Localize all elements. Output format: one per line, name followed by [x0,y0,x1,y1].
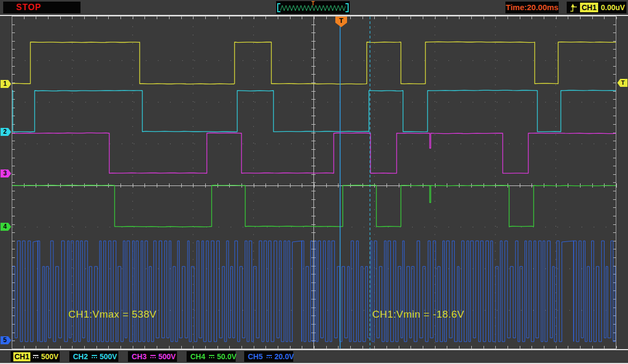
run-status-badge[interactable]: STOP [3,2,80,13]
channel-scale-value: 500V [100,352,117,361]
measurement-vmin: CH1:Vmin = -18.6V [372,309,464,320]
preview-right-bracket-icon [345,3,349,12]
dc-coupling-icon [92,355,97,358]
waveform-plot [0,16,628,349]
measurement-vmax: CH1:Vmax = 538V [68,309,156,320]
preview-left-bracket-icon [277,3,280,12]
display-area: T T CH1:Vmax = 538V CH1:Vmin = -18.6V 12… [0,16,628,349]
channel-readout-ch3[interactable]: CH3500V [128,351,177,362]
waveform-preview[interactable]: T [276,1,350,14]
channel-badge: CH3 [131,352,148,361]
channel-badge: CH5 [247,352,264,361]
channel-badge: CH4 [189,352,206,361]
dc-coupling-icon [267,355,272,358]
dc-coupling-icon [33,355,38,358]
channel-readout-ch1[interactable]: CH1500V [11,351,60,362]
rising-edge-trigger-icon [570,3,577,12]
top-status-bar: STOP T Time:20.00ms CH1 0.00uV [0,0,628,15]
channel-readout-ch4[interactable]: CH450.0V [187,351,236,362]
dc-coupling-icon [209,355,214,358]
channel-settings-bar: CH1500VCH2500VCH3500VCH450.0VCH520.0V [0,350,628,363]
oscilloscope-screen: STOP T Time:20.00ms CH1 0.00uV T T CH1:V… [0,0,628,364]
channel-scale-value: 500V [41,352,59,361]
channel-readout-ch2[interactable]: CH2500V [69,351,118,362]
channel-scale-value: 500V [158,352,176,361]
channel-badge: CH2 [72,352,89,361]
dc-coupling-icon [150,355,156,358]
channel-badge: CH1 [13,352,30,361]
preview-wave-icon [280,5,345,12]
channel-scale-value: 20.0V [275,352,294,361]
trigger-source-badge: CH1 [580,3,598,12]
channel-scale-value: 50.0V [217,352,237,361]
timebase-readout[interactable]: Time:20.00ms [505,2,559,13]
trigger-readout[interactable]: CH1 0.00uV [567,2,626,13]
channel-readout-ch5[interactable]: CH520.0V [244,351,293,362]
trigger-level-value: 0.00uV [601,3,625,12]
